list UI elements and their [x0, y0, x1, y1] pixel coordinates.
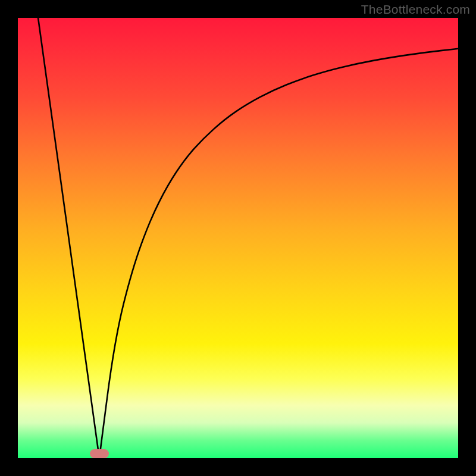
attribution-text: TheBottleneck.com [361, 2, 470, 17]
plot-area [18, 18, 458, 458]
curve-path [38, 18, 458, 458]
curve-layer [18, 18, 458, 458]
chart-frame: TheBottleneck.com [0, 0, 476, 476]
minimum-marker [90, 449, 109, 458]
